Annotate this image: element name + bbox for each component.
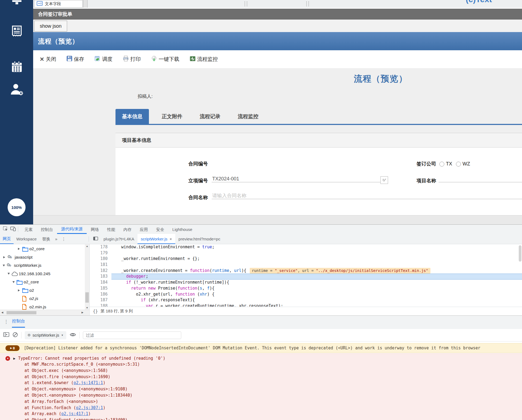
print-button[interactable]: 打印	[123, 56, 141, 63]
editor-scrollbar-thumb[interactable]	[519, 245, 521, 262]
clear-console-icon[interactable]	[12, 332, 18, 338]
close-tab-icon[interactable]: ×	[170, 234, 172, 244]
tree-vertical-scrollbar[interactable]: ▲ ▼	[85, 244, 89, 310]
tree-item-o2_core[interactable]: o2_core	[0, 278, 85, 286]
disclosure-right-icon[interactable]	[18, 289, 20, 292]
tree-horizontal-scrollbar[interactable]: ◀ ▶	[0, 310, 89, 315]
error-expander-icon[interactable]: ▶	[13, 357, 15, 360]
line-number-183[interactable]: 183	[90, 274, 111, 280]
disclosure-right-icon[interactable]	[18, 248, 20, 250]
line-number-178[interactable]: 178	[90, 244, 111, 250]
schedule-button[interactable]: 调度	[95, 56, 112, 63]
scroll-up-icon[interactable]: ▲	[86, 245, 88, 247]
show-json-button[interactable]: show json	[34, 21, 67, 32]
collapse-sidebar-icon[interactable]	[93, 237, 98, 242]
js-context-selector[interactable]: ⚙ scriptWorker.js ▼	[25, 331, 66, 339]
tree-item-o2.js[interactable]: o2.js	[0, 294, 85, 303]
tree-item-192.168.100.245[interactable]: 192.168.100.245	[0, 270, 85, 278]
code-line-182: 182 _worker.createEnvironment = function…	[90, 268, 522, 274]
line-number-185[interactable]: 185	[90, 286, 111, 292]
line-number-187[interactable]: 187	[90, 297, 111, 303]
more-tabs-chevron[interactable]: »	[53, 237, 60, 241]
code-line-185: 185 return new Promise(function(s, f){	[90, 286, 522, 292]
navigator-tab-workspace[interactable]: Workspace	[14, 234, 39, 244]
close-button[interactable]: ✕ 关闭	[40, 56, 56, 63]
save-button[interactable]: 保存	[67, 56, 84, 63]
line-number-180[interactable]: 180	[90, 256, 111, 262]
contract-name-input[interactable]	[212, 193, 522, 199]
devtools-tab-performance[interactable]: 性能	[103, 225, 119, 234]
devtools-tab-lighthouse[interactable]: Lighthouse	[168, 225, 196, 234]
document-title: 合同签订审批单	[38, 9, 522, 20]
devtools-tab-network[interactable]: 网络	[87, 225, 103, 234]
console-sidebar-icon[interactable]	[3, 332, 9, 338]
line-number-182[interactable]: 182	[90, 268, 111, 274]
navigator-tab-overrides[interactable]: 替换	[39, 234, 53, 244]
splitter-handle[interactable]	[306, 1, 309, 6]
disclosure-down-icon[interactable]	[3, 265, 5, 267]
tab-process-monitor[interactable]: 流程监控	[233, 109, 263, 124]
panel-scrollbar[interactable]	[83, 0, 87, 8]
code-line-180: 180 _worker.runtimeEnvironment = {};	[90, 256, 522, 262]
device-toolbar-icon[interactable]	[10, 226, 16, 232]
project-name-input[interactable]	[439, 176, 522, 182]
line-number-188[interactable]: 188	[90, 303, 111, 307]
disclosure-down-icon[interactable]	[12, 281, 15, 283]
tab-basic-info[interactable]: 基本信息	[115, 109, 149, 124]
receipt-icon[interactable]	[11, 25, 23, 38]
devtools-tab-sources[interactable]: 源代码/来源	[57, 225, 87, 234]
devtools-tab-security[interactable]: 安全	[152, 225, 168, 234]
tab-process-record[interactable]: 流程记录	[195, 109, 225, 124]
file-tab-plugin[interactable]: plugin.js?t=L4KA	[100, 234, 137, 244]
warning-count-badge[interactable]: ▶ 8	[5, 345, 20, 351]
scrollbar-thumb[interactable]	[7, 311, 36, 314]
disclosure-down-icon[interactable]	[8, 273, 10, 275]
user-settings-icon[interactable]	[10, 83, 24, 97]
line-number-181[interactable]: 181	[90, 262, 111, 268]
tree-item-o2_core[interactable]: o2_core	[0, 245, 85, 253]
console-filter-input[interactable]	[83, 331, 181, 339]
line-number-179[interactable]: 179	[90, 250, 111, 256]
tree-item-scriptWorker.js[interactable]: ⚙⚙scriptWorker.js	[0, 261, 85, 270]
source-link[interactable]: o2.js:417:1	[61, 411, 88, 416]
tree-item-javascript[interactable]: ⚙⚙javascript	[0, 253, 85, 262]
warning-text: [Deprecation] Listener added for a synch…	[24, 346, 480, 350]
scroll-left-icon[interactable]: ◀	[1, 311, 3, 314]
source-link[interactable]: o2.js:1471:1	[74, 380, 103, 385]
radio-tx[interactable]	[439, 162, 444, 167]
devtools-tab-elements[interactable]: 元素	[20, 225, 37, 234]
process-banner-title: 流程（预览）	[38, 32, 522, 50]
line-number-184[interactable]: 184	[90, 280, 111, 286]
file-tab-preview[interactable]: preview.html?mode=pc	[175, 234, 224, 244]
file-tab-scriptworker[interactable]: scriptWorker.js ×	[137, 234, 175, 244]
calendar-icon[interactable]	[11, 61, 23, 74]
drawer-tab-console[interactable]: 控制台	[12, 318, 25, 328]
project-no-label: 立项编号	[171, 177, 208, 184]
devtools-tab-memory[interactable]: 内存	[119, 225, 136, 234]
project-no-input[interactable]	[212, 176, 380, 182]
splitter-handle[interactable]	[245, 1, 247, 6]
field-palette-item[interactable]: 文本字段	[34, 0, 83, 8]
source-link[interactable]: o2.js:307:1	[76, 405, 103, 410]
disclosure-right-icon[interactable]	[3, 256, 5, 258]
tree-item-o2[interactable]: o2	[0, 286, 85, 295]
radio-wz[interactable]	[456, 162, 461, 167]
scroll-right-icon[interactable]: ▶	[82, 311, 83, 314]
scrollbar-thumb[interactable]	[85, 292, 89, 303]
navigator-kebab-icon[interactable]: ⋮	[60, 237, 68, 242]
line-number-186[interactable]: 186	[90, 292, 111, 297]
podium-icon[interactable]	[11, 0, 23, 4]
navigator-tab-page[interactable]: 网页	[0, 234, 14, 244]
inspect-icon[interactable]	[3, 226, 8, 233]
devtools-tab-console[interactable]: 控制台	[37, 225, 57, 234]
project-no-picker[interactable]	[380, 176, 388, 184]
braces-icon[interactable]: {}	[93, 309, 98, 314]
process-monitor-button[interactable]: 流程监控	[190, 56, 218, 63]
tab-attachments[interactable]: 正文附件	[157, 109, 187, 124]
drawer-kebab-icon[interactable]: ⋮	[4, 319, 9, 325]
devtools-tab-application[interactable]: 应用	[136, 225, 152, 234]
devtools: 元素 控制台 源代码/来源 网络 性能 内存 应用 安全 Lighthouse …	[0, 224, 522, 420]
scroll-down-icon[interactable]: ▼	[86, 307, 88, 309]
download-all-button[interactable]: 一键下载	[151, 56, 179, 63]
live-expression-eye-icon[interactable]	[70, 332, 76, 338]
